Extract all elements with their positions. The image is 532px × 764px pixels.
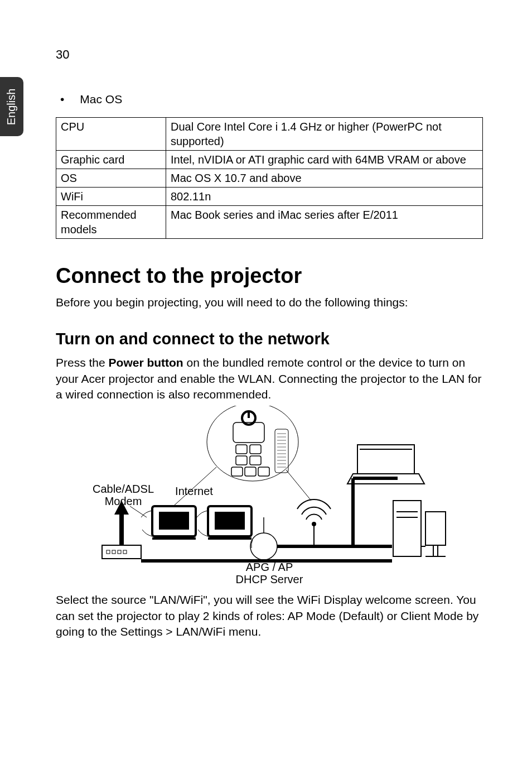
table-row: OS Mac OS X 10.7 and above bbox=[56, 169, 483, 188]
svg-rect-49 bbox=[107, 550, 110, 554]
gpu-label: Graphic card bbox=[56, 151, 166, 169]
rec-value: Mac Book series and iMac series after E/… bbox=[166, 206, 483, 239]
ap-monitor-icon bbox=[208, 506, 252, 539]
os-label: OS bbox=[56, 169, 166, 188]
wifi-value: 802.11n bbox=[166, 188, 483, 206]
language-tab-label: English bbox=[6, 88, 18, 125]
svg-line-24 bbox=[286, 470, 311, 501]
desktop-icon bbox=[393, 501, 446, 556]
os-value: Mac OS X 10.7 and above bbox=[166, 169, 483, 188]
svg-rect-51 bbox=[118, 550, 121, 554]
svg-point-31 bbox=[250, 533, 277, 560]
label-cable: Cable/ADSL bbox=[93, 483, 154, 495]
subsection-heading: Turn on and connect to the network bbox=[56, 330, 483, 348]
internet-monitor-icon bbox=[152, 506, 196, 539]
table-row: WiFi 802.11n bbox=[56, 188, 483, 206]
svg-rect-11 bbox=[275, 429, 288, 473]
modem-icon bbox=[102, 545, 141, 559]
ap-device-icon bbox=[250, 517, 277, 560]
svg-rect-29 bbox=[215, 512, 245, 530]
wifi-icon bbox=[297, 499, 331, 545]
svg-rect-4 bbox=[236, 445, 247, 454]
select-source-paragraph: Select the source "LAN/WiFi", you will s… bbox=[56, 592, 483, 640]
page-number: 30 bbox=[56, 47, 483, 62]
svg-rect-52 bbox=[123, 550, 127, 554]
cpu-label: CPU bbox=[56, 118, 166, 151]
bullet-dot: • bbox=[60, 93, 64, 106]
turn-on-prefix: Press the bbox=[56, 356, 109, 369]
gpu-value: Intel, nVIDIA or ATI graphic card with 6… bbox=[166, 151, 483, 169]
language-tab: English bbox=[0, 77, 23, 136]
svg-rect-26 bbox=[159, 512, 189, 530]
label-internet: Internet bbox=[175, 485, 213, 497]
turn-on-paragraph: Press the Power button on the bundled re… bbox=[56, 355, 483, 402]
label-modem: Modem bbox=[105, 495, 142, 507]
svg-rect-6 bbox=[236, 456, 247, 465]
bullet-mac-os: Mac OS bbox=[80, 93, 122, 106]
cpu-value: Dual Core Intel Core i 1.4 GHz or higher… bbox=[166, 118, 483, 151]
svg-rect-7 bbox=[250, 456, 261, 465]
svg-line-55 bbox=[130, 506, 147, 517]
projector-icon bbox=[231, 411, 288, 476]
power-button-bold: Power button bbox=[109, 356, 183, 369]
label-dhcp: DHCP Server bbox=[236, 573, 303, 584]
svg-rect-43 bbox=[425, 512, 446, 545]
svg-rect-8 bbox=[231, 467, 243, 476]
svg-rect-9 bbox=[245, 467, 256, 476]
intro-paragraph: Before you begin projecting, you will ne… bbox=[56, 295, 483, 310]
label-apg: APG / AP bbox=[246, 561, 293, 573]
svg-rect-40 bbox=[393, 501, 421, 556]
svg-point-0 bbox=[207, 406, 298, 481]
table-row: CPU Dual Core Intel Core i 1.4 GHz or hi… bbox=[56, 118, 483, 151]
arrow-icon bbox=[114, 501, 129, 545]
specs-table: CPU Dual Core Intel Core i 1.4 GHz or hi… bbox=[56, 117, 483, 239]
table-row: Recommended models Mac Book series and i… bbox=[56, 206, 483, 239]
rec-label: Recommended models bbox=[56, 206, 166, 239]
table-row: Graphic card Intel, nVIDIA or ATI graphi… bbox=[56, 151, 483, 169]
network-diagram: Cable/ADSL Modem Internet APG / AP DHCP … bbox=[56, 406, 483, 584]
svg-rect-5 bbox=[250, 445, 261, 454]
svg-point-33 bbox=[312, 522, 316, 526]
svg-rect-50 bbox=[112, 550, 115, 554]
svg-rect-48 bbox=[102, 545, 141, 559]
section-heading: Connect to the projector bbox=[56, 264, 483, 288]
wifi-label: WiFi bbox=[56, 188, 166, 206]
svg-rect-10 bbox=[258, 467, 269, 476]
